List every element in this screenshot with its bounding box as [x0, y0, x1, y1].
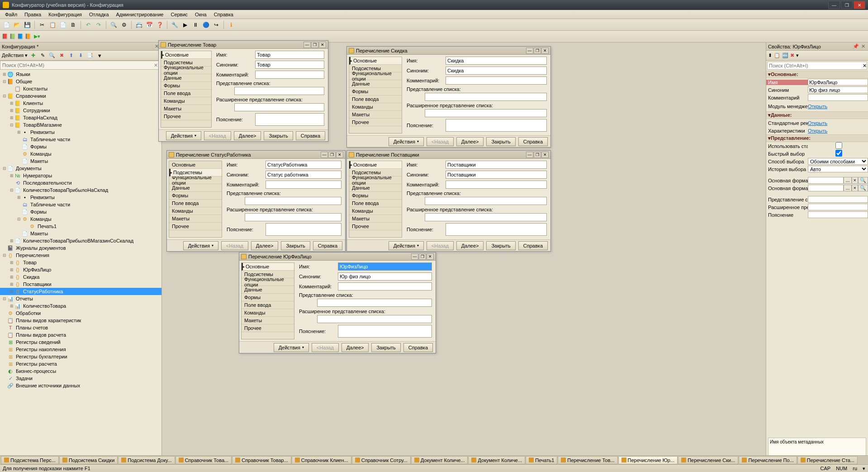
side-tab[interactable]: Макеты	[169, 215, 222, 223]
btn-actions[interactable]: Действия	[183, 241, 218, 250]
prop-ps[interactable]	[808, 196, 868, 203]
link-open2[interactable]: Открыть	[808, 120, 827, 126]
tree-node[interactable]: 🔗Внешние источники данных	[0, 382, 161, 389]
field-rep[interactable]	[245, 197, 342, 205]
chk-fast[interactable]	[809, 150, 868, 157]
field-exrep[interactable]	[245, 213, 342, 221]
tree-node[interactable]: 📋Планы видов расчета	[0, 331, 161, 339]
menu-Файл[interactable]: Файл	[2, 11, 20, 18]
btn-close[interactable]: Закрыть	[264, 131, 293, 140]
section-main[interactable]: ▾Основные:	[766, 71, 868, 78]
win-close[interactable]: ✕	[319, 42, 326, 48]
tree-node[interactable]: 📓Журналы документов	[0, 244, 161, 252]
field-syn[interactable]	[266, 171, 342, 179]
doc-tab[interactable]: Документ Количе...	[468, 456, 525, 464]
side-tab[interactable]: Команды	[349, 207, 402, 215]
btn-back[interactable]: <Назад	[204, 131, 231, 140]
doc-tab[interactable]: Справочник Сотру...	[352, 456, 411, 464]
tree-node[interactable]: ⊞{}Скидка	[0, 273, 161, 281]
side-tab[interactable]: Команды	[161, 97, 211, 105]
section-data[interactable]: ▾Данные:	[766, 111, 868, 119]
field-name[interactable]	[446, 161, 547, 169]
run-icon[interactable]: ▶	[180, 20, 190, 29]
help-toolbar-icon[interactable]: ❓	[155, 20, 164, 29]
doc-tab[interactable]: Перечисление По...	[739, 456, 797, 464]
win-max[interactable]: ❐	[534, 48, 541, 54]
win-min[interactable]: —	[526, 152, 533, 158]
link-open3[interactable]: Открыть	[808, 128, 827, 133]
calendar-icon[interactable]: 📅	[145, 20, 154, 29]
new-icon[interactable]: 📄	[2, 20, 11, 29]
tree-node[interactable]: ⊞{}Товар	[0, 259, 161, 266]
section-pres[interactable]: ▾Представление:	[766, 134, 868, 142]
tree-node[interactable]: ⊞🌐Языки	[0, 71, 161, 78]
prop-mf[interactable]	[808, 177, 844, 184]
side-tab[interactable]: Основные	[242, 263, 294, 271]
field-name[interactable]	[338, 262, 432, 271]
win-close[interactable]: ✕	[336, 152, 343, 158]
side-tab[interactable]: Команды	[242, 309, 294, 317]
tree-node[interactable]: ⊟📒ТоварВМагазине	[0, 121, 161, 129]
up-icon[interactable]: ⬆	[67, 52, 75, 60]
field-name[interactable]	[255, 51, 324, 59]
doc-tab[interactable]: Подсистема Доку...	[118, 456, 175, 464]
btn-help[interactable]: Справка	[518, 137, 548, 146]
btn-next[interactable]: Далее>	[342, 343, 369, 352]
breakpoint-icon[interactable]: 🔵	[201, 20, 210, 29]
actions-dd[interactable]: Действия ▾	[2, 52, 28, 58]
menu-Сервис[interactable]: Сервис	[167, 11, 191, 18]
compare-icon[interactable]: 🗎	[69, 20, 78, 29]
field-com[interactable]	[446, 76, 547, 85]
sort-icon[interactable]: 📑	[86, 52, 94, 60]
btn-close[interactable]: Закрыть	[371, 343, 400, 352]
side-tab[interactable]: Макеты	[242, 317, 294, 324]
save-icon[interactable]: 💾	[23, 20, 32, 29]
delete-icon[interactable]: ✖	[57, 52, 66, 60]
side-tab[interactable]: Команды	[169, 207, 222, 215]
settings-icon[interactable]: ⚙	[119, 20, 128, 29]
tree-node[interactable]: ⊟📒Справочники	[0, 92, 161, 100]
menu-Справка[interactable]: Справка	[211, 11, 237, 18]
tree-node[interactable]: ⊞{}ЮрФизЛицо	[0, 266, 161, 273]
side-tab[interactable]: Поле ввода	[242, 301, 294, 309]
side-tab[interactable]: Макеты	[349, 215, 402, 223]
doc-tab[interactable]: Перечисление Тов...	[558, 456, 617, 464]
doc-tab[interactable]: Перечисление Юр...	[618, 456, 678, 464]
tree-node[interactable]: ⊞📊КоличествоТовара	[0, 302, 161, 310]
close-button[interactable]: ✕	[854, 1, 865, 9]
link-open[interactable]: Открыть	[808, 104, 827, 109]
btn-actions[interactable]: Действия	[389, 241, 424, 250]
side-tab[interactable]: Формы	[242, 294, 294, 301]
win-max[interactable]: ❐	[534, 152, 541, 158]
side-tab[interactable]: Основные	[169, 161, 222, 169]
doc-tab[interactable]: Документ Количе...	[411, 456, 468, 464]
wand-icon[interactable]: ✎	[38, 52, 47, 60]
mod4-icon[interactable]: 📙	[25, 33, 31, 39]
side-tab[interactable]: Формы	[169, 192, 222, 200]
win-min[interactable]: —	[304, 42, 311, 48]
win-min[interactable]: —	[321, 152, 328, 158]
field-com[interactable]	[266, 181, 342, 189]
tree-node[interactable]: 🗂Табличные части	[0, 201, 161, 208]
menu-Администрирование[interactable]: Администрирование	[113, 11, 167, 18]
field-rep[interactable]	[234, 87, 324, 95]
prop-com[interactable]	[808, 94, 868, 101]
tree-node[interactable]: 📋Планы видов характеристик	[0, 317, 161, 324]
field-exrep[interactable]	[425, 109, 547, 117]
side-tab[interactable]: Макеты	[161, 105, 211, 113]
field-expl[interactable]	[255, 113, 324, 126]
btn-close[interactable]: Закрыть	[486, 241, 515, 250]
field-name[interactable]	[266, 161, 342, 169]
doc-tab[interactable]: Печать1	[526, 456, 557, 464]
chk-use[interactable]	[809, 142, 868, 149]
tree-node[interactable]: ⊞📒Сотрудники	[0, 107, 161, 114]
props-del-icon[interactable]: ✖	[790, 52, 794, 58]
tree-node[interactable]: ⊟📄КоличествоТовараПрибылоНаСклад	[0, 186, 161, 194]
doc-tab[interactable]: Справочник Това...	[175, 456, 232, 464]
btn-help[interactable]: Справка	[518, 241, 548, 250]
tree-node[interactable]: 📄Макеты	[0, 157, 161, 165]
minimize-button[interactable]: —	[828, 1, 840, 9]
props-pin-icon[interactable]: 📌	[853, 43, 859, 50]
mod2-icon[interactable]: 📗	[9, 33, 16, 39]
tree-node[interactable]: ⊟📊Отчеты	[0, 295, 161, 302]
